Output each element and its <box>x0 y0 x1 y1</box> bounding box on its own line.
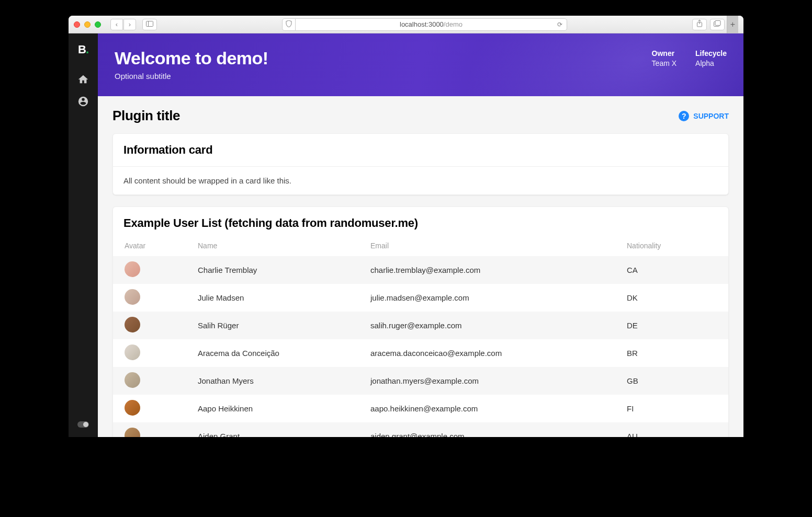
cell-avatar <box>113 312 186 339</box>
cell-email: charlie.tremblay@example.com <box>359 256 615 284</box>
cell-name: Aapo Heikkinen <box>186 395 359 422</box>
cell-nationality: GB <box>615 367 728 395</box>
window-close-button[interactable] <box>74 21 80 28</box>
support-link[interactable]: ? SUPPORT <box>679 111 729 121</box>
table-row: Charlie Tremblaycharlie.tremblay@example… <box>113 256 728 284</box>
chevron-left-icon: ‹ <box>116 20 118 28</box>
cell-email: jonathan.myers@example.com <box>359 367 615 395</box>
cell-nationality: CA <box>615 256 728 284</box>
avatar <box>125 344 140 360</box>
cell-avatar <box>113 339 186 367</box>
url-path: /demo <box>444 20 463 28</box>
logo-dot: . <box>86 43 88 56</box>
cell-nationality: BR <box>615 339 728 367</box>
cell-nationality: FI <box>615 395 728 422</box>
cell-avatar <box>113 395 186 422</box>
table-row: Julie Madsenjulie.madsen@example.comDK <box>113 284 728 312</box>
avatar <box>125 372 140 388</box>
hero-meta: Owner Team X Lifecycle Alpha <box>652 49 727 67</box>
window-minimize-button[interactable] <box>84 21 91 28</box>
content-area: Welcome to demo! Optional subtitle Owner… <box>98 33 743 437</box>
cell-avatar <box>113 256 186 284</box>
left-rail: B. <box>69 33 98 437</box>
table-row: Aapo Heikkinenaapo.heikkinen@example.com… <box>113 395 728 422</box>
cell-name: Charlie Tremblay <box>186 256 359 284</box>
page-header: Plugin title ? SUPPORT <box>112 108 729 124</box>
cell-name: Salih Rüger <box>186 312 359 339</box>
hero-meta-lifecycle: Lifecycle Alpha <box>695 49 727 67</box>
share-icon <box>696 20 703 29</box>
cell-name: Aiden Grant <box>186 422 359 437</box>
hero-subtitle: Optional subtitle <box>115 72 727 81</box>
cell-email: salih.ruger@example.com <box>359 312 615 339</box>
nav-forward-button[interactable]: › <box>123 19 136 30</box>
hero-meta-owner: Owner Team X <box>652 49 676 67</box>
tabs-icon <box>714 20 721 28</box>
table-row: Jonathan Myersjonathan.myers@example.com… <box>113 367 728 395</box>
user-table: Avatar Name Email Nationality Charlie Tr… <box>113 235 728 437</box>
cell-name: Julie Madsen <box>186 284 359 312</box>
cell-email: aracema.daconceicao@example.com <box>359 339 615 367</box>
reload-icon[interactable]: ⟳ <box>557 21 562 28</box>
new-tab-button[interactable]: + <box>727 16 738 33</box>
meta-value: Team X <box>652 59 676 67</box>
page-body: Plugin title ? SUPPORT Information card … <box>98 96 743 437</box>
avatar <box>125 261 140 277</box>
cell-nationality: DK <box>615 284 728 312</box>
cell-avatar <box>113 367 186 395</box>
col-email: Email <box>359 235 615 256</box>
plus-icon: + <box>730 20 735 29</box>
cell-avatar <box>113 422 186 437</box>
nav-home[interactable] <box>77 74 89 87</box>
meta-value: Alpha <box>695 59 727 67</box>
panel-icon <box>146 21 153 28</box>
cell-nationality: DE <box>615 312 728 339</box>
page-title: Plugin title <box>112 108 180 124</box>
nav-back-button[interactable]: ‹ <box>110 19 123 30</box>
shield-icon <box>286 20 292 29</box>
user-list-title: Example User List (fetching data from ra… <box>113 207 728 235</box>
cell-avatar <box>113 284 186 312</box>
table-row: Salih Rügersalih.ruger@example.comDE <box>113 312 728 339</box>
info-card: Information card All content should be w… <box>112 133 729 195</box>
table-row: Aiden Grantaiden.grant@example.comAU <box>113 422 728 437</box>
window-maximize-button[interactable] <box>95 21 101 28</box>
browser-window: ‹ › localhost:3000/demo ⟳ <box>69 16 743 437</box>
browser-sidebar-toggle[interactable] <box>142 19 157 30</box>
table-header-row: Avatar Name Email Nationality <box>113 235 728 256</box>
url-host: localhost:3000 <box>400 20 444 28</box>
cell-email: aiden.grant@example.com <box>359 422 615 437</box>
account-circle-icon <box>77 96 89 109</box>
meta-label: Owner <box>652 49 676 58</box>
svg-rect-0 <box>146 21 153 26</box>
nav-history-buttons: ‹ › <box>110 19 136 30</box>
meta-label: Lifecycle <box>695 49 727 58</box>
col-avatar: Avatar <box>113 235 186 256</box>
privacy-report-button[interactable] <box>282 18 296 31</box>
address-bar[interactable]: localhost:3000/demo ⟳ <box>295 18 567 31</box>
avatar <box>125 400 140 416</box>
chevron-right-icon: › <box>129 20 131 28</box>
cell-name: Jonathan Myers <box>186 367 359 395</box>
svg-rect-4 <box>715 21 720 26</box>
support-label: SUPPORT <box>693 112 729 120</box>
browser-titlebar: ‹ › localhost:3000/demo ⟳ <box>69 16 743 33</box>
app-logo[interactable]: B. <box>78 43 88 56</box>
help-icon: ? <box>679 111 689 121</box>
home-icon <box>77 74 89 87</box>
info-card-title: Information card <box>113 134 728 167</box>
col-nationality: Nationality <box>615 235 728 256</box>
toggle-icon <box>77 421 89 428</box>
cell-name: Aracema da Conceição <box>186 339 359 367</box>
window-controls <box>74 21 101 28</box>
cell-email: julie.madsen@example.com <box>359 284 615 312</box>
page-hero: Welcome to demo! Optional subtitle Owner… <box>98 33 743 96</box>
tabs-overview-button[interactable] <box>710 19 725 30</box>
nav-account[interactable] <box>77 96 89 109</box>
logo-letter: B <box>78 43 86 56</box>
table-row: Aracema da Conceiçãoaracema.daconceicao@… <box>113 339 728 367</box>
info-card-body: All content should be wrapped in a card … <box>113 167 728 194</box>
share-button[interactable] <box>692 19 707 30</box>
user-list-card: Example User List (fetching data from ra… <box>112 206 729 437</box>
theme-toggle[interactable] <box>77 421 89 428</box>
